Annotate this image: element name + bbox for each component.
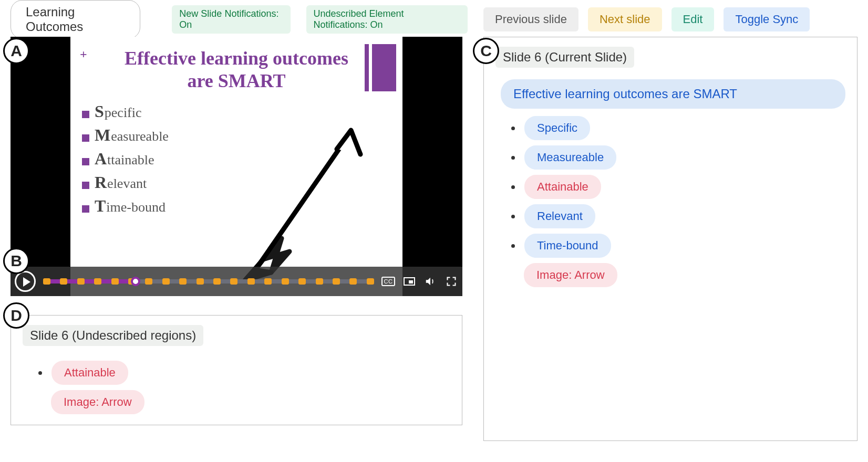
next-slide-button[interactable]: Next slide: [588, 7, 662, 32]
pip-button[interactable]: [402, 275, 416, 288]
annotation-d: D: [3, 302, 29, 329]
left-top-row: Learning Outcomes New Slide Notification…: [11, 5, 468, 34]
previous-slide-button[interactable]: Previous slide: [483, 7, 578, 32]
current-slide-panel: Slide 6 (Current Slide) Effective learni…: [483, 37, 857, 441]
toggle-sync-button[interactable]: Toggle Sync: [724, 7, 810, 32]
element-chip[interactable]: Relevant: [524, 204, 595, 228]
element-chip[interactable]: Specific: [524, 116, 590, 140]
video-player[interactable]: + Effective learning outcomes are SMART …: [11, 37, 462, 296]
presentation-title: Learning Outcomes: [11, 0, 140, 39]
play-button[interactable]: [15, 271, 36, 292]
undescribed-panel-header: Slide 6 (Undescribed regions): [23, 325, 203, 346]
undescribed-item: Attainable: [38, 361, 450, 385]
arrow-image: [234, 112, 371, 280]
image-chip[interactable]: Image: Arrow: [524, 263, 617, 287]
undescribed-chip[interactable]: Attainable: [51, 361, 128, 385]
right-toolbar: Previous slide Next slide Edit Toggle Sy…: [483, 5, 857, 34]
annotation-b: B: [3, 248, 29, 274]
edit-button[interactable]: Edit: [671, 7, 715, 32]
volume-button[interactable]: [423, 275, 437, 288]
element-chip[interactable]: Measureable: [524, 145, 616, 170]
current-panel-header: Slide 6 (Current Slide): [495, 47, 634, 68]
slide-content: + Effective learning outcomes are SMART …: [70, 37, 402, 296]
new-slide-notification-chip: New Slide Notifications: On: [172, 5, 290, 34]
slide-title-chip[interactable]: Effective learning outcomes are SMART: [501, 79, 845, 109]
undescribed-image-chip[interactable]: Image: Arrow: [51, 390, 144, 414]
element-chip[interactable]: Attainable: [524, 175, 601, 199]
undescribed-image-item: Image: Arrow: [51, 390, 450, 414]
annotation-a: A: [3, 38, 29, 64]
slide-title: Effective learning outcomes are SMART: [80, 47, 393, 92]
undescribed-panel: Slide 6 (Undescribed regions) Attainable…: [11, 315, 462, 425]
slide-decor-bars: [365, 44, 396, 91]
captions-button[interactable]: CC: [381, 275, 395, 288]
letterbox-right: [402, 37, 462, 296]
progress-bar[interactable]: [43, 279, 374, 284]
plus-icon: +: [80, 47, 87, 61]
video-controls: CC: [11, 267, 462, 296]
undescribed-notification-chip: Undescribed Element Notifications: On: [306, 5, 468, 34]
element-chip[interactable]: Time-bound: [524, 234, 611, 258]
fullscreen-button[interactable]: [445, 275, 458, 288]
annotation-c: C: [473, 38, 499, 64]
